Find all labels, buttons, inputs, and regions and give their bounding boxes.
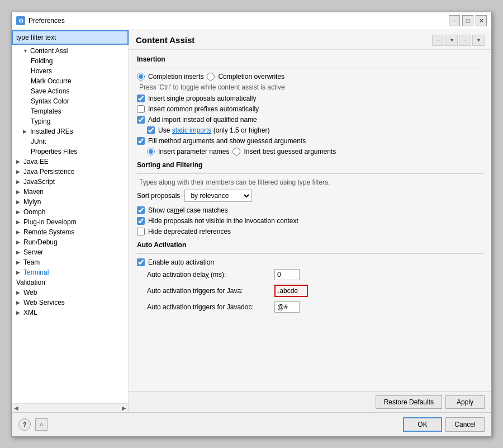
insertion-section-label: Insertion xyxy=(137,55,483,63)
sidebar-item-installed-jres[interactable]: ▶ Installed JREs xyxy=(12,126,129,136)
scroll-left-arrow[interactable]: ◀ xyxy=(14,405,18,411)
sorting-section-label: Sorting and Filtering xyxy=(137,161,483,169)
scroll-right-arrow[interactable]: ▶ xyxy=(122,405,126,411)
javadoc-triggers-input[interactable] xyxy=(274,301,300,313)
expand-arrow: ▶ xyxy=(16,199,22,205)
sidebar-item-junit[interactable]: JUnit xyxy=(12,136,129,147)
sort-proposals-select[interactable]: by relevance alphabetically xyxy=(184,190,252,202)
sidebar-item-templates[interactable]: Templates xyxy=(12,106,129,116)
use-static-checkbox[interactable] xyxy=(147,126,155,134)
completion-inserts-radio[interactable] xyxy=(137,73,145,81)
sidebar-item-mark-occurrences[interactable]: Mark Occurre xyxy=(12,76,129,86)
sidebar-item-web-services[interactable]: ▶ Web Services xyxy=(12,298,129,308)
show-camel-checkbox[interactable] xyxy=(137,206,145,214)
apply-button[interactable]: Apply xyxy=(445,395,485,409)
type-filters-hint: Types along with their members can be fi… xyxy=(139,178,483,186)
bottom-left: ? ○ xyxy=(18,418,48,431)
sidebar-item-save-actions[interactable]: Save Actions xyxy=(12,86,129,96)
scroll-bar: ◀ ▶ xyxy=(12,403,129,412)
sidebar-item-oomph[interactable]: ▶ Oomph xyxy=(12,207,129,217)
sidebar-item-maven[interactable]: ▶ Maven xyxy=(12,187,129,197)
sidebar-item-label: Team xyxy=(23,258,40,266)
insertion-divider xyxy=(137,68,483,68)
minimize-button[interactable]: ─ xyxy=(449,15,460,26)
java-triggers-input[interactable] xyxy=(274,285,308,297)
sidebar-item-terminal[interactable]: ▶ Terminal xyxy=(12,267,129,277)
expand-arrow: ▶ xyxy=(16,189,22,195)
type-filters-link[interactable]: type filters xyxy=(297,178,328,186)
sidebar-item-properties-files[interactable]: Properties Files xyxy=(12,147,129,157)
expand-arrow: ▶ xyxy=(16,169,22,175)
expand-arrow: ▶ xyxy=(16,300,22,305)
expand-arrow: ▶ xyxy=(23,129,29,134)
hide-not-visible-row: Hide proposals not visible in the invoca… xyxy=(137,217,483,225)
sidebar-item-label: Syntax Color xyxy=(31,97,69,105)
hide-not-visible-checkbox[interactable] xyxy=(137,217,145,225)
filter-input[interactable] xyxy=(12,30,129,45)
sidebar-item-validation[interactable]: Validation xyxy=(12,277,129,287)
show-camel-label: Show camel case matches xyxy=(148,206,228,214)
sidebar-item-team[interactable]: ▶ Team xyxy=(12,257,129,267)
sidebar-item-xml[interactable]: ▶ XML xyxy=(12,308,129,318)
sidebar-item-javascript[interactable]: ▶ JavaScript xyxy=(12,177,129,187)
forward-button[interactable]: → xyxy=(459,35,471,46)
ctrl-hint: Press 'Ctrl' to toggle while content ass… xyxy=(139,83,483,91)
sidebar-item-label: Mark Occurre xyxy=(31,77,72,85)
add-import-row: Add import instead of qualified name xyxy=(137,116,483,124)
sidebar-item-syntax-color[interactable]: Syntax Color xyxy=(12,96,129,106)
sidebar-item-label: Web Services xyxy=(23,299,65,306)
sidebar-item-plug-in-develop[interactable]: ▶ Plug-in Developm xyxy=(12,217,129,227)
sidebar-item-web[interactable]: ▶ Web xyxy=(12,287,129,298)
enable-auto-activation-checkbox[interactable] xyxy=(137,258,145,266)
sidebar-item-java-persistence[interactable]: ▶ Java Persistence xyxy=(12,167,129,177)
content-assist-title: Content Assist xyxy=(136,35,194,45)
fill-method-label: Fill method arguments and show guessed a… xyxy=(148,137,306,145)
left-panel: ▼ Content Assi Folding Hovers Mark Occur… xyxy=(12,30,129,412)
ok-button[interactable]: OK xyxy=(403,417,442,432)
sidebar-item-server[interactable]: ▶ Server xyxy=(12,247,129,257)
sidebar-item-run-debug[interactable]: ▶ Run/Debug xyxy=(12,237,129,247)
insert-single-row: Insert single proposals automatically xyxy=(137,95,483,102)
insert-single-checkbox[interactable] xyxy=(137,95,145,102)
auto-activation-divider xyxy=(137,253,483,254)
sidebar-item-java-ee[interactable]: ▶ Java EE xyxy=(12,157,129,167)
insert-common-row: Insert common prefixes automatically xyxy=(137,105,483,113)
sidebar-item-typing[interactable]: Typing xyxy=(12,116,129,126)
help-button[interactable]: ? xyxy=(18,418,31,431)
forward-dropdown-button[interactable]: ▾ xyxy=(472,35,485,46)
fill-method-checkbox[interactable] xyxy=(137,137,145,145)
maximize-button[interactable]: □ xyxy=(462,15,473,26)
insert-best-radio[interactable] xyxy=(232,148,240,155)
hide-deprecated-row: Hide deprecated references xyxy=(137,228,483,235)
sidebar-item-label: Validation xyxy=(16,279,45,286)
insert-common-checkbox[interactable] xyxy=(137,105,145,113)
fill-method-row: Fill method arguments and show guessed a… xyxy=(137,137,483,145)
sidebar-item-label: Java Persistence xyxy=(23,168,74,176)
insert-param-row: Insert parameter names Insert best guess… xyxy=(137,148,483,155)
sort-proposals-label: Sort proposals xyxy=(137,192,180,200)
static-imports-link[interactable]: static imports xyxy=(172,126,212,134)
sidebar-item-mylyn[interactable]: ▶ Mylyn xyxy=(12,197,129,207)
sidebar-item-label: Typing xyxy=(31,117,50,125)
sidebar-item-label: Oomph xyxy=(23,208,45,216)
sort-proposals-row: Sort proposals by relevance alphabetical… xyxy=(137,190,483,202)
sidebar-item-remote-systems[interactable]: ▶ Remote Systems xyxy=(12,227,129,237)
completion-overwrites-radio[interactable] xyxy=(207,73,215,81)
completion-overwrites-label: Completion overwrites xyxy=(218,73,284,81)
sidebar-item-hovers[interactable]: Hovers xyxy=(12,66,129,76)
preferences-button[interactable]: ○ xyxy=(35,418,48,431)
add-import-checkbox[interactable] xyxy=(137,116,145,124)
hide-deprecated-checkbox[interactable] xyxy=(137,228,145,235)
back-button[interactable]: ← xyxy=(432,35,444,46)
cancel-button[interactable]: Cancel xyxy=(445,417,485,432)
back-dropdown-button[interactable]: ▾ xyxy=(445,35,458,46)
delay-input[interactable] xyxy=(274,269,300,280)
sidebar-item-label: JUnit xyxy=(31,138,46,145)
restore-defaults-button[interactable]: Restore Defaults xyxy=(376,395,442,409)
use-static-row: Use static imports (only 1.5 or higher) xyxy=(137,126,483,134)
close-button[interactable]: ✕ xyxy=(476,15,487,26)
insert-common-label: Insert common prefixes automatically xyxy=(148,105,259,113)
sidebar-item-folding[interactable]: Folding xyxy=(12,56,129,66)
insert-param-radio[interactable] xyxy=(147,148,155,155)
sidebar-item-content-assist[interactable]: ▼ Content Assi xyxy=(12,46,129,56)
